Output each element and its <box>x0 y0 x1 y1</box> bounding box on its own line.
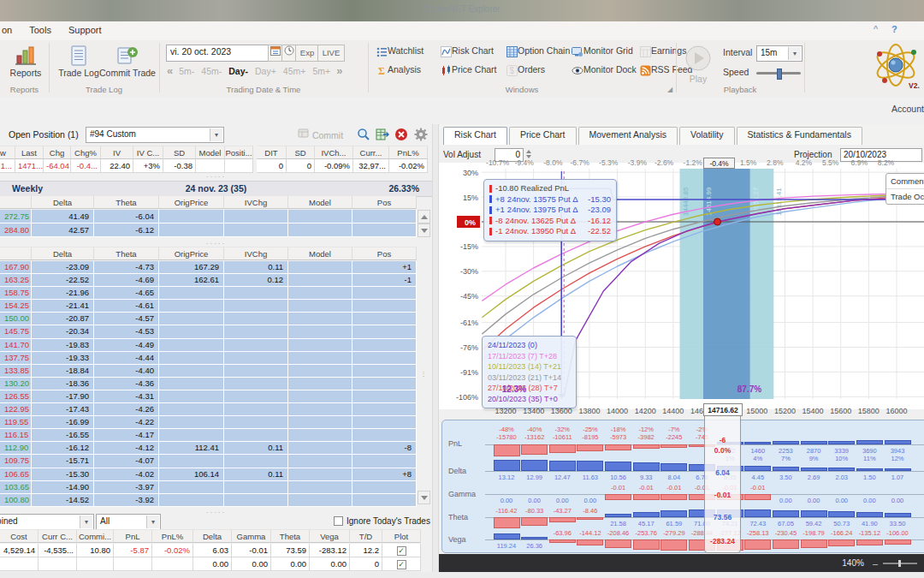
combined-filter-select[interactable]: Combined ▾ <box>0 514 94 530</box>
commit-button[interactable]: Commit <box>298 128 343 140</box>
table-row[interactable]: 284.8042.57-6.12 <box>0 223 417 237</box>
interval-select[interactable]: 15m ▾ <box>756 45 803 62</box>
speed-slider-thumb[interactable] <box>777 69 782 80</box>
window-toggle-option-chain[interactable]: Option Chain <box>506 45 570 57</box>
zoom-slider[interactable] <box>883 563 917 564</box>
table-row[interactable]: 122.95-17.43-4.26 <box>0 403 432 416</box>
table-row[interactable]: 126.55-17.90-4.31 <box>0 390 432 403</box>
column-header-SD[interactable]: SD <box>287 146 315 159</box>
time-step-Day+[interactable]: Day+ <box>255 66 276 76</box>
window-titlebar[interactable]: OptionNET Explorer <box>0 0 924 21</box>
window-toggle-monitor-grid[interactable]: Monitor Grid <box>572 45 633 57</box>
plot-checkbox[interactable]: ✓ <box>397 546 406 556</box>
vol-adjust-stepper[interactable] <box>524 148 533 162</box>
column-header-delta[interactable]: Delta <box>32 195 94 209</box>
column-header-pnl%[interactable]: PnL% <box>152 529 193 543</box>
gear-icon[interactable] <box>414 128 428 143</box>
column-header-IV C...[interactable]: IV C... <box>133 146 163 159</box>
column-header-PnL%[interactable]: PnL% <box>389 146 428 159</box>
table-row[interactable]: 158.75-21.96-4.65 <box>0 287 432 300</box>
column-header-DIT[interactable]: DIT <box>257 146 287 159</box>
table-row[interactable]: 154.25-21.41-4.61 <box>0 300 432 313</box>
dialog-launcher-icon[interactable]: ◢ <box>667 86 672 93</box>
column-header-Model[interactable]: Model <box>196 146 225 159</box>
table-row[interactable]: 100.80-14.52-3.92 <box>0 494 432 507</box>
table-row[interactable]: 150.00-20.87-4.57 <box>0 313 432 325</box>
window-toggle-watchlist[interactable]: Watchlist <box>376 45 424 57</box>
close-icon[interactable] <box>394 128 408 143</box>
column-header-delta[interactable]: Delta <box>32 247 94 260</box>
column-header-Positi...[interactable]: Positi... <box>225 146 253 159</box>
step-back-icon[interactable]: « <box>167 64 173 77</box>
column-header-origprice[interactable]: OrigPrice <box>159 195 224 209</box>
tab-movement-analysis[interactable]: Movement Analysis <box>578 127 678 145</box>
commit-trade-button[interactable]: Commit Trade <box>98 45 157 78</box>
trade-log-button[interactable]: Trade Log <box>56 45 101 78</box>
tab-volatility[interactable]: Volatility <box>679 127 735 145</box>
column-header-ivchg[interactable]: IVChg <box>224 195 288 209</box>
column-header-commi[interactable]: Commi... <box>77 529 114 543</box>
column-header-Last[interactable]: Last <box>15 146 44 159</box>
column-header-Curr...[interactable]: Curr... <box>353 146 389 159</box>
column-header-delta[interactable]: Delta <box>193 529 232 543</box>
help-icon[interactable]: ? <box>891 24 897 34</box>
live-button[interactable]: LIVE <box>317 45 345 62</box>
window-toggle-risk-chart[interactable]: Risk Chart <box>441 45 494 57</box>
column-header-Chg[interactable]: Chg <box>44 146 71 159</box>
expiry-filter-select[interactable]: All ▾ <box>96 514 161 530</box>
speed-slider[interactable] <box>756 72 801 74</box>
table-row[interactable]: 119.55-16.99-4.22 <box>0 416 432 429</box>
table-row[interactable]: 272.7541.49-6.04 <box>0 210 417 223</box>
column-header-Chg%[interactable]: Chg% <box>71 146 101 159</box>
zoom-slider-thumb[interactable] <box>898 560 901 567</box>
exp-button[interactable]: Exp <box>295 45 319 62</box>
scroll-up-button[interactable] <box>418 210 430 223</box>
comments-box[interactable]: Comments Trade Occu <box>886 173 924 205</box>
scroll-down-button[interactable] <box>418 223 430 237</box>
column-header-plot[interactable]: Plot <box>382 529 421 543</box>
window-toggle-monitor-dock[interactable]: Monitor Dock <box>572 64 637 76</box>
tab-price-chart[interactable]: Price Chart <box>509 127 577 145</box>
column-header-cost[interactable]: Cost <box>0 529 38 543</box>
table-row[interactable]: 112.90-16.12-4.12112.410.11-8 <box>0 442 432 455</box>
column-header-w[interactable]: w <box>0 146 15 159</box>
panel-splitter[interactable] <box>432 124 439 578</box>
table-row[interactable]: 0.000.000.000.000✓ <box>0 557 421 571</box>
zoom-out-icon[interactable]: – <box>873 558 878 569</box>
time-step-45m-[interactable]: 45m- <box>201 66 222 76</box>
column-header-gamma[interactable]: Gamma <box>232 529 271 543</box>
time-step-5m-[interactable]: 5m- <box>179 66 194 76</box>
reports-button[interactable]: Reports <box>7 45 44 78</box>
menu-item-tools[interactable]: Tools <box>21 21 60 35</box>
window-toggle-earnings[interactable]: Earnings <box>640 45 686 57</box>
column-header-vega[interactable]: Vega <box>310 529 350 543</box>
window-toggle-price-chart[interactable]: Price Chart <box>441 64 497 76</box>
tab-statistics-fundamentals[interactable]: Statistics & Fundamentals <box>737 127 862 145</box>
table-row[interactable]: 4,529.14-4,535...10.80-5.87-0.02%6.03-0.… <box>0 544 421 557</box>
column-header-theta[interactable]: Theta <box>94 195 159 209</box>
column-header-currc[interactable]: Curr C... <box>38 529 77 543</box>
projection-date-input[interactable]: 20/10/2023 <box>840 148 922 162</box>
table-row[interactable]: 106.65-15.30-4.02106.140.11+8 <box>0 468 432 481</box>
column-header-id[interactable] <box>0 195 32 209</box>
search-icon[interactable] <box>357 128 370 143</box>
step-forward-icon[interactable]: » <box>336 64 342 77</box>
column-header-pnl[interactable]: PnL <box>114 529 152 543</box>
time-step-45m+[interactable]: 45m+ <box>283 66 306 76</box>
column-header-theta[interactable]: Theta <box>271 529 310 543</box>
time-step-Day-[interactable]: Day- <box>228 66 248 76</box>
export-grid-icon[interactable] <box>376 128 389 143</box>
menu-item-on[interactable]: on <box>0 21 21 35</box>
table-row[interactable]: 103.65-14.90-3.97 <box>0 481 432 494</box>
table-row[interactable]: 130.20-18.36-4.36 <box>0 378 432 390</box>
position-select[interactable]: #94 Custom ▾ <box>86 127 224 143</box>
tab-risk-chart[interactable]: Risk Chart <box>443 127 507 146</box>
column-header-td[interactable]: T/D <box>350 529 382 543</box>
column-header-SD[interactable]: SD <box>163 146 196 159</box>
column-header-ivchg[interactable]: IVChg <box>224 247 288 260</box>
column-header-model[interactable]: Model <box>288 247 352 260</box>
splitter-handle[interactable]: ····· <box>0 173 432 181</box>
column-header-IVCh...[interactable]: IVCh... <box>315 146 353 159</box>
column-header-IV[interactable]: IV <box>101 146 133 159</box>
column-header-origprice[interactable]: OrigPrice <box>159 247 224 260</box>
